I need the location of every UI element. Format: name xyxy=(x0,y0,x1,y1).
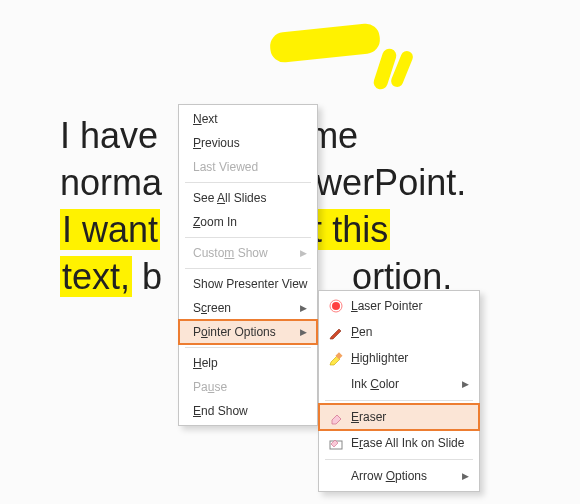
menu-separator xyxy=(325,459,473,460)
slideshow-context-menu: Next Previous Last Viewed See All Slides… xyxy=(178,104,318,426)
highlighted-text: I want xyxy=(60,209,160,250)
menu-item-highlighter[interactable]: Highlighter xyxy=(319,345,479,371)
menu-item-erase-all-ink[interactable]: Erase All Ink on Slide xyxy=(319,430,479,456)
menu-item-pointer-options[interactable]: Pointer Options▶ xyxy=(179,320,317,344)
chevron-right-icon: ▶ xyxy=(300,320,307,344)
chevron-right-icon: ▶ xyxy=(462,464,469,488)
menu-item-custom-show: Custom Show▶ xyxy=(179,241,317,265)
menu-separator xyxy=(325,400,473,401)
menu-item-eraser[interactable]: Eraser xyxy=(319,404,479,430)
menu-item-arrow-options[interactable]: Arrow Options▶ xyxy=(319,463,479,489)
pen-icon xyxy=(327,323,345,341)
menu-separator xyxy=(185,268,311,269)
menu-separator xyxy=(185,182,311,183)
arrow-options-icon xyxy=(327,467,345,485)
menu-separator xyxy=(185,347,311,348)
menu-item-pause: Pause xyxy=(179,375,317,399)
menu-item-show-presenter-view[interactable]: Show Presenter View xyxy=(179,272,317,296)
menu-item-pen[interactable]: Pen xyxy=(319,319,479,345)
svg-point-0 xyxy=(332,302,340,310)
chevron-right-icon: ▶ xyxy=(300,296,307,320)
menu-item-screen[interactable]: Screen▶ xyxy=(179,296,317,320)
menu-item-next[interactable]: Next xyxy=(179,107,317,131)
menu-item-zoom-in[interactable]: Zoom In xyxy=(179,210,317,234)
menu-item-end-show[interactable]: End Show xyxy=(179,399,317,423)
pointer-options-submenu: Laser Pointer Pen Highlighter Ink Color▶… xyxy=(318,290,480,492)
laser-pointer-icon xyxy=(327,297,345,315)
menu-item-ink-color[interactable]: Ink Color▶ xyxy=(319,371,479,397)
highlighted-text: text, xyxy=(60,256,132,297)
highlight-stroke xyxy=(269,22,382,63)
menu-item-laser-pointer[interactable]: Laser Pointer xyxy=(319,293,479,319)
menu-item-help[interactable]: Help xyxy=(179,351,317,375)
menu-item-see-all-slides[interactable]: See All Slides xyxy=(179,186,317,210)
menu-item-last-viewed: Last Viewed xyxy=(179,155,317,179)
chevron-right-icon: ▶ xyxy=(300,241,307,265)
chevron-right-icon: ▶ xyxy=(462,372,469,396)
menu-separator xyxy=(185,237,311,238)
ink-color-icon xyxy=(327,375,345,393)
erase-all-icon xyxy=(327,434,345,452)
highlighter-icon xyxy=(327,349,345,367)
menu-item-previous[interactable]: Previous xyxy=(179,131,317,155)
eraser-icon xyxy=(327,408,345,426)
